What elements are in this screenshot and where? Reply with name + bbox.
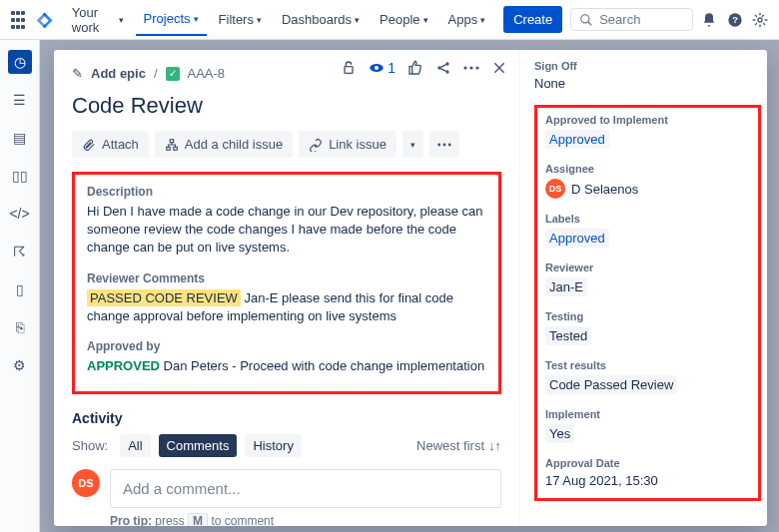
field-value[interactable]: Jan-E	[545, 277, 587, 296]
svg-point-12	[469, 66, 472, 69]
protip-rest: to comment	[211, 514, 274, 526]
comment-input[interactable]: Add a comment...	[110, 469, 501, 508]
chevron-down-icon: ▾	[257, 15, 262, 25]
approvedby-text[interactable]: APPROVED Dan Peters - Proceed with code …	[87, 357, 486, 375]
field-value[interactable]: Tested	[545, 326, 591, 345]
field-labels: Labels Approved	[545, 213, 750, 248]
issue-title[interactable]: Code Review	[72, 93, 501, 119]
search-icon	[579, 13, 593, 27]
rail-pages-icon[interactable]: ▯	[8, 277, 32, 301]
settings-icon[interactable]	[752, 9, 769, 31]
field-label: Labels	[545, 213, 750, 225]
field-value[interactable]: DSD Selaenos	[545, 179, 750, 199]
chevron-down-icon: ▾	[119, 15, 124, 25]
nav-filters[interactable]: Filters▾	[211, 4, 270, 35]
rail-board-icon[interactable]: ▯▯	[8, 164, 32, 188]
rail-roadmap-icon[interactable]: ☰	[8, 88, 32, 112]
help-icon[interactable]: ?	[726, 9, 743, 31]
avatar: DS	[72, 469, 100, 497]
nav-apps[interactable]: Apps▾	[440, 4, 494, 35]
create-button[interactable]: Create	[503, 6, 562, 33]
nav-your-work[interactable]: Your work▾	[64, 0, 132, 43]
like-icon[interactable]	[407, 60, 423, 76]
rail-code-icon[interactable]: </>	[8, 202, 32, 226]
field-value[interactable]: 17 Aug 2021, 15:30	[545, 473, 750, 488]
link-label: Link issue	[329, 137, 387, 152]
approved-body: Dan Peters - Proceed with code change im…	[164, 358, 485, 373]
field-signoff: Sign Off None	[534, 60, 761, 91]
field-value[interactable]: Approved	[545, 229, 750, 248]
field-label: Testing	[545, 310, 750, 322]
issue-main: 1 ✎ Add epic / ✓ AAA-8 Code Review Attac…	[54, 50, 519, 526]
tab-all[interactable]: All	[120, 434, 150, 457]
description-text[interactable]: Hi Den I have made a code change in our …	[87, 203, 486, 258]
left-rail: ◷ ☰ ▤ ▯▯ </> ☈ ▯ ⎘ ⚙	[0, 40, 40, 532]
rail-reports-icon[interactable]: ☈	[8, 240, 32, 264]
jira-logo-icon[interactable]	[36, 11, 54, 29]
more-actions-button[interactable]	[429, 131, 459, 158]
field-label: Approval Date	[545, 457, 750, 469]
approvedby-heading: Approved by	[87, 339, 486, 353]
link-issue-dropdown[interactable]: ▾	[402, 131, 423, 158]
search-input[interactable]: Search	[570, 8, 693, 31]
svg-point-13	[475, 66, 478, 69]
tab-comments[interactable]: Comments	[159, 434, 238, 457]
svg-rect-15	[167, 147, 171, 150]
add-child-button[interactable]: Add a child issue	[155, 131, 293, 158]
svg-rect-16	[174, 147, 178, 150]
field-reviewer: Reviewer Jan-E	[545, 262, 750, 296]
rail-settings-icon[interactable]: ⚙	[8, 353, 32, 377]
description-section: Description Hi Den I have made a code ch…	[72, 172, 501, 394]
activity-heading: Activity	[72, 410, 501, 426]
protip-key: M	[188, 513, 208, 526]
svg-point-11	[463, 66, 466, 69]
field-value[interactable]: Yes	[545, 424, 574, 443]
field-value[interactable]: Approved	[545, 130, 750, 149]
issue-header-actions: 1	[341, 60, 507, 76]
attach-button[interactable]: Attach	[72, 131, 149, 158]
field-value[interactable]: Code Passed Review	[545, 375, 677, 394]
reviewer-text[interactable]: PASSED CODE REVIEW Jan-E please send thi…	[87, 289, 486, 325]
protip-press: press	[155, 514, 184, 526]
svg-point-7	[375, 66, 379, 70]
watch-count: 1	[388, 60, 395, 76]
field-label: Approved to Implement	[545, 114, 750, 126]
project-avatar-icon[interactable]: ◷	[8, 50, 32, 74]
rail-backlog-icon[interactable]: ▤	[8, 126, 32, 150]
field-label: Sign Off	[534, 60, 761, 72]
nav-label: People	[380, 12, 419, 27]
top-nav: Your work▾ Projects▾ Filters▾ Dashboards…	[0, 0, 779, 40]
issue-modal: 1 ✎ Add epic / ✓ AAA-8 Code Review Attac…	[54, 50, 767, 526]
share-icon[interactable]	[435, 60, 451, 76]
lock-icon[interactable]	[341, 60, 357, 76]
svg-rect-5	[345, 67, 353, 74]
nav-label: Dashboards	[282, 12, 352, 27]
watch-button[interactable]: 1	[369, 60, 395, 76]
svg-point-4	[758, 18, 762, 22]
chevron-down-icon: ▾	[410, 140, 415, 150]
field-value[interactable]: None	[534, 76, 761, 91]
field-label: Test results	[545, 359, 750, 371]
edit-icon[interactable]: ✎	[72, 66, 83, 81]
add-epic-link[interactable]: Add epic	[91, 66, 146, 81]
add-comment-row: DS Add a comment...	[72, 469, 501, 508]
chevron-down-icon: ▾	[355, 15, 360, 25]
link-issue-button[interactable]: Link issue	[299, 131, 396, 158]
sort-newest[interactable]: Newest first ↓↑	[416, 438, 501, 453]
link-icon	[309, 138, 323, 152]
nav-people[interactable]: People▾	[372, 4, 435, 35]
activity-section: Activity Show: All Comments History Newe…	[72, 410, 501, 526]
field-testing: Testing Tested	[545, 310, 750, 345]
issue-key[interactable]: AAA-8	[188, 66, 226, 81]
nav-dashboards[interactable]: Dashboards▾	[274, 4, 368, 35]
svg-line-1	[588, 21, 592, 25]
close-icon[interactable]	[491, 60, 507, 76]
rail-add-icon[interactable]: ⎘	[8, 315, 32, 339]
label-chip: Approved	[545, 229, 609, 248]
app-switcher-icon[interactable]	[10, 10, 26, 30]
tab-history[interactable]: History	[245, 434, 301, 457]
nav-projects[interactable]: Projects▾	[136, 3, 207, 36]
notifications-icon[interactable]	[701, 9, 718, 31]
more-icon[interactable]	[463, 66, 479, 70]
highlighted-fields: Approved to Implement Approved Assignee …	[534, 105, 761, 501]
